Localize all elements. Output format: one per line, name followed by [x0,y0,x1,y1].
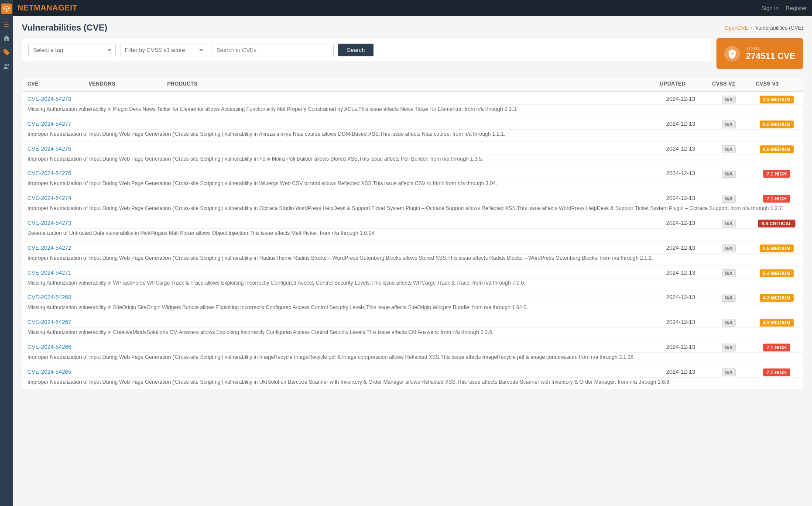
svg-point-0 [5,64,7,66]
cvssv3-cell: 7.1 HIGH [750,166,803,179]
table-row-description: Missing Authorization vulnerability in S… [22,303,803,315]
products-cell [162,191,654,204]
cvssv3-badge: 7.1 HIGH [763,344,790,351]
th-products: Products [162,76,654,92]
description-cell: Improper Neutralization of Input During … [22,179,803,191]
table-row: CVE-2024-54272 2024-12-13 N/A 6.5 MEDIUM [22,241,803,253]
sidebar: ☰ [0,0,13,397]
cve-link[interactable]: CVE-2024-54274 [27,195,71,201]
cve-link[interactable]: CVE-2024-54277 [27,120,71,127]
app-logo[interactable] [1,3,12,14]
cve-id-cell: CVE-2024-54277 [22,117,83,129]
cvssv3-cell: 6.5 MEDIUM [750,117,803,129]
vendors-cell [83,216,162,228]
search-button[interactable]: Search [338,44,373,56]
table-row: CVE-2024-54265 2024-12-13 N/A 7.1 HIGH [22,365,803,377]
table-row-description: Improper Neutralization of Input During … [22,154,803,166]
cvssv2-badge: N/A [722,195,736,203]
cvssv3-badge: 6.5 MEDIUM [760,145,794,153]
cve-id-cell: CVE-2024-54268 [22,290,83,303]
description-cell: Improper Neutralization of Input During … [22,253,803,265]
tag-select[interactable]: Select a tag [28,44,116,56]
cve-link[interactable]: CVE-2024-54267 [27,319,71,325]
cve-link[interactable]: CVE-2024-54265 [27,368,71,375]
description-cell: Improper Neutralization of Input During … [22,352,803,365]
updated-cell: 2024-12-13 [654,365,707,377]
cvssv3-cell: 6.5 MEDIUM [750,141,803,154]
breadcrumb-opencve[interactable]: OpenCVE [725,25,748,31]
th-vendors: Vendors [83,76,162,92]
cve-link[interactable]: CVE-2024-54271 [27,269,71,276]
table-row-description: Improper Neutralization of Input During … [22,253,803,265]
cvssv3-badge: 7.1 HIGH [763,368,790,376]
hamburger-icon[interactable]: ☰ [1,19,12,30]
cve-link[interactable]: CVE-2024-54273 [27,220,71,226]
cvssv2-cell: N/A [707,141,750,154]
updated-cell: 2024-12-13 [654,191,707,204]
brand-suffix: IT [70,3,78,12]
signin-link[interactable]: Sign in [761,5,779,11]
description-cell: Missing Authorization vulnerability in P… [22,105,803,117]
total-text: TOTAL 274511 CVE [746,46,795,61]
users-icon[interactable] [1,61,12,72]
cve-link[interactable]: CVE-2024-54275 [27,170,71,176]
description-cell: Missing Authorization vulnerability in S… [22,303,803,315]
cve-link[interactable]: CVE-2024-54268 [27,294,71,300]
table-row: CVE-2024-54273 2024-12-13 N/A 9.8 CRITIC… [22,216,803,228]
cvssv3-badge: 7.1 HIGH [763,170,790,178]
cve-table-container: CVE Vendors Products Updated CVSS v2 CVS… [22,76,803,390]
cvssv2-badge: N/A [722,220,736,227]
updated-cell: 2024-12-13 [654,166,707,179]
products-cell [162,365,654,377]
cve-id-cell: CVE-2024-54272 [22,241,83,253]
main-content: Vulnerabilities (CVE) OpenCVE › Vulnerab… [13,16,812,397]
cvssv2-cell: N/A [707,191,750,204]
th-cve: CVE [22,76,83,92]
description-cell: Improper Neutralization of Input During … [22,204,803,216]
description-cell: Missing Authorization vulnerability in W… [22,278,803,290]
cvssv3-badge: 6.5 MEDIUM [760,120,794,128]
topbar: NETMANAGEIT Sign in Register [0,0,812,16]
cvssv2-badge: N/A [722,145,736,153]
topbar-actions: Sign in Register [761,5,807,11]
cve-link[interactable]: CVE-2024-54276 [27,145,71,152]
cvssv3-cell: 7.1 HIGH [750,340,803,352]
cve-id-cell: CVE-2024-54278 [22,92,83,105]
table-header: CVE Vendors Products Updated CVSS v2 CVS… [22,76,803,92]
cvssv3-cell: 4.3 MEDIUM [750,92,803,105]
products-cell [162,166,654,179]
cvss-select[interactable]: Filter by CVSS v3 score [120,44,207,56]
vendors-cell [83,191,162,204]
cve-link[interactable]: CVE-2024-54266 [27,344,71,350]
shield-icon [724,46,740,62]
cvssv3-cell: 4.3 MEDIUM [750,290,803,303]
table-row: CVE-2024-54274 2024-12-13 N/A 7.1 HIGH [22,191,803,204]
cve-link[interactable]: CVE-2024-54278 [27,96,71,102]
description-cell: Missing Authorization vulnerability in C… [22,328,803,340]
cvssv3-cell: 9.8 CRITICAL [750,216,803,228]
cvssv2-cell: N/A [707,340,750,352]
description-cell: Improper Neutralization of Input During … [22,377,803,389]
updated-cell: 2024-12-13 [654,315,707,328]
cvssv2-cell: N/A [707,241,750,253]
search-input[interactable] [212,44,334,56]
cvssv3-cell: 7.1 HIGH [750,191,803,204]
updated-cell: 2024-12-13 [654,290,707,303]
updated-cell: 2024-12-13 [654,117,707,129]
home-icon[interactable] [1,33,12,44]
register-link[interactable]: Register [786,5,807,11]
updated-cell: 2024-12-13 [654,265,707,278]
cvssv3-badge: 9.8 CRITICAL [758,220,795,227]
cve-table: CVE Vendors Products Updated CVSS v2 CVS… [22,76,803,390]
table-row: CVE-2024-54276 2024-12-13 N/A 6.5 MEDIUM [22,141,803,154]
vendors-cell [83,290,162,303]
cve-link[interactable]: CVE-2024-54272 [27,244,71,251]
cvssv2-badge: N/A [722,319,736,327]
breadcrumb-current: Vulnerabilities (CVE) [755,25,803,31]
table-row-description: Missing Authorization vulnerability in P… [22,105,803,117]
cvssv3-badge: 6.5 MEDIUM [760,244,794,252]
table-row-description: Missing Authorization vulnerability in W… [22,278,803,290]
table-row-description: Missing Authorization vulnerability in C… [22,328,803,340]
tag-icon[interactable] [1,47,12,58]
table-row: CVE-2024-54278 2024-12-13 N/A 4.3 MEDIUM [22,92,803,105]
